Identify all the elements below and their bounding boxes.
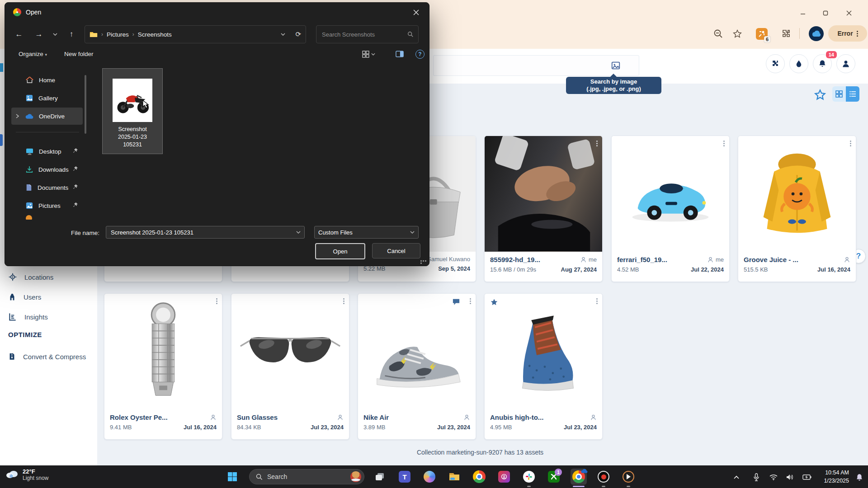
card-menu-button[interactable] [596,141,598,146]
dialog-close-button[interactable] [406,5,425,19]
asset-card-anubis[interactable]: Anubis high-to... 4.95 MB Jul 23, 2024 [484,293,603,440]
copilot-button[interactable] [421,469,438,485]
media-usage-button[interactable] [789,54,808,73]
active-indicator [573,486,585,487]
organize-menu[interactable]: Organize ▾ [19,51,47,57]
refresh-icon[interactable]: ⟳ [295,30,301,38]
start-button[interactable] [224,469,241,485]
window-maximize-button[interactable] [816,7,835,19]
card-menu-button[interactable] [850,141,851,146]
sidebar-item-users[interactable]: Users [0,289,97,305]
persona-app-button[interactable] [496,469,512,485]
extensions-button[interactable] [778,26,794,42]
card-menu-button[interactable] [596,298,598,304]
asset-search-input[interactable] [433,55,639,76]
integrations-button[interactable] [766,54,785,73]
notification-center-button[interactable] [854,471,865,483]
address-dropdown-icon[interactable] [281,33,285,36]
asset-card-855992[interactable]: 855992-hd_19... me 15.6 MB / 0m 29s Aug … [484,136,603,282]
zoom-page-button[interactable] [711,26,726,42]
tree-item-gallery[interactable]: Gallery [21,89,83,107]
tree-item-documents[interactable]: Documents [21,179,83,196]
comment-indicator-icon[interactable] [452,298,460,305]
recorder-button[interactable] [595,469,612,485]
list-view-button[interactable] [846,86,859,102]
dialog-search-input[interactable] [321,31,400,38]
search-by-image-button[interactable] [611,61,621,70]
extension-shortcut-button[interactable]: 6 [754,26,769,42]
resize-grip[interactable] [420,260,426,264]
notifications-button[interactable]: 14 [813,54,832,73]
tray-volume-button[interactable] [784,471,796,483]
nav-back-button[interactable]: ← [11,25,27,43]
account-button[interactable] [836,54,855,73]
card-menu-button[interactable] [343,298,344,304]
tray-chevron-button[interactable] [731,471,742,483]
tree-item-home[interactable]: Home [21,71,83,89]
nav-forward-button[interactable]: → [31,25,47,43]
file-explorer-button[interactable] [446,469,462,485]
teams-button[interactable]: T [396,469,413,485]
asset-card-rolex[interactable]: Rolex Oyster Pe... 9.41 MB Jul 16, 2024 [104,293,222,440]
tree-item-onedrive[interactable]: OneDrive [11,108,83,125]
file-item-screenshot[interactable]: Screenshot 2025-01-23 105231 [102,68,163,154]
file-name-field[interactable] [106,226,305,239]
preview-pane-button[interactable] [396,51,404,57]
tray-wifi-button[interactable] [768,471,779,483]
card-menu-button[interactable] [216,298,217,304]
breadcrumb-pictures[interactable]: Pictures [107,31,129,38]
weather-widget[interactable]: ❄ 22°F Light snow [5,468,48,481]
tree-scrollbar[interactable] [85,75,86,134]
tray-microphone-button[interactable] [750,471,762,483]
asset-card-sunglasses[interactable]: Sun Glasses 84.34 KB Jul 23, 2024 [231,293,349,440]
file-name-input[interactable] [110,229,288,236]
person-outline-icon [590,414,597,421]
open-button[interactable]: Open [315,243,365,259]
expand-chevron-icon[interactable] [16,114,19,118]
tray-battery-button[interactable] [801,471,813,483]
new-folder-button[interactable]: New folder [64,51,94,57]
star-outline-icon [814,89,826,101]
browser-error-button[interactable]: Error [828,25,867,42]
asset-size: 4.52 MB [617,266,639,273]
card-menu-button[interactable] [723,141,725,146]
media-player-button[interactable] [620,469,637,485]
windows-logo-icon [227,471,238,482]
favorite-filter-button[interactable] [814,89,826,101]
asset-card-ferrari[interactable]: ferrari_f50_19... me 4.52 MB Jul 22, 202… [611,136,730,282]
asset-owner [210,414,217,421]
xbox-button[interactable]: 1 [546,469,562,485]
asset-owner: me [707,256,724,263]
nav-recent-dropdown[interactable] [49,25,61,43]
asset-card-groove-juice[interactable]: Groove Juice - ... 515.5 KB Jul 16, 2024 [738,136,856,282]
browser-profile-avatar[interactable] [809,26,824,41]
chrome-window-button[interactable] [571,469,587,485]
window-close-button[interactable] [840,7,858,19]
chrome-button[interactable] [471,469,487,485]
cancel-button[interactable]: Cancel [372,243,420,258]
file-type-select[interactable]: Custom Files [314,226,419,239]
slack-button[interactable] [521,469,537,485]
dialog-help-button[interactable]: ? [415,50,425,59]
task-view-button[interactable] [372,469,388,485]
dialog-search-box[interactable] [316,25,419,43]
sidebar-item-locations[interactable]: Locations [0,269,97,285]
nav-up-button[interactable]: ↑ [64,25,79,43]
window-minimize-button[interactable] [794,7,812,19]
grid-view-button[interactable] [832,86,846,102]
sidebar-item-convert-compress[interactable]: Convert & Compress [0,349,97,364]
view-mode-button[interactable] [362,51,375,58]
sidebar-item-insights[interactable]: Insights [0,309,97,324]
breadcrumb-bar[interactable]: › Pictures › Screenshots ⟳ [85,25,306,43]
tree-item-downloads[interactable]: Downloads [21,161,83,178]
favorite-star-icon[interactable] [490,298,498,306]
tree-item-pictures[interactable]: Pictures [21,197,83,214]
taskbar-clock[interactable]: 10:54 AM 1/23/2025 [824,469,849,485]
asset-card-nike[interactable]: Nike Air 3.89 MB Jul 23, 2024 [358,293,476,440]
taskbar-search[interactable]: Search [249,469,364,484]
bookmark-button[interactable] [730,26,745,42]
card-menu-button[interactable] [470,298,471,304]
tooltip-arrow [610,74,617,77]
breadcrumb-screenshots[interactable]: Screenshots [138,31,172,38]
tree-item-desktop[interactable]: Desktop [21,143,83,160]
